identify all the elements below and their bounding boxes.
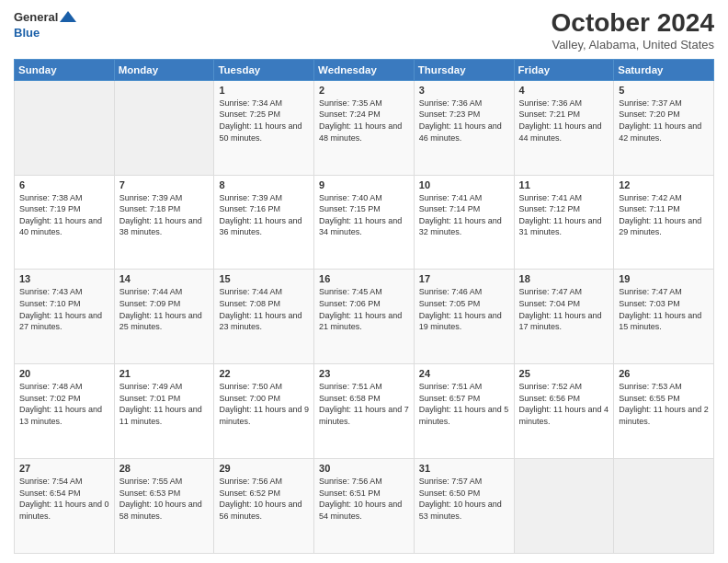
main-title: October 2024 [552,9,714,38]
day-info: Sunrise: 7:35 AM Sunset: 7:24 PM Dayligh… [319,98,409,144]
logo-general: General [14,10,58,25]
day-number: 15 [219,273,309,284]
col-wednesday: Wednesday [314,59,415,80]
day-info: Sunrise: 7:44 AM Sunset: 7:09 PM Dayligh… [119,286,210,332]
day-number: 10 [419,179,509,190]
day-number: 31 [419,463,509,474]
day-number: 29 [219,463,309,474]
day-info: Sunrise: 7:40 AM Sunset: 7:15 PM Dayligh… [319,192,409,238]
day-cell: 28Sunrise: 7:55 AM Sunset: 6:53 PM Dayli… [114,459,214,554]
day-cell: 19Sunrise: 7:47 AM Sunset: 7:03 PM Dayli… [614,270,714,364]
page: General Blue October 2024 Valley, Alabam… [0,0,728,563]
day-cell [614,459,714,554]
day-cell: 24Sunrise: 7:51 AM Sunset: 6:57 PM Dayli… [414,364,514,459]
subtitle: Valley, Alabama, United States [552,38,714,52]
svg-marker-0 [60,11,76,22]
day-cell: 17Sunrise: 7:46 AM Sunset: 7:05 PM Dayli… [414,270,514,364]
day-info: Sunrise: 7:51 AM Sunset: 6:57 PM Dayligh… [419,381,509,427]
header-row: Sunday Monday Tuesday Wednesday Thursday… [15,59,714,80]
day-info: Sunrise: 7:54 AM Sunset: 6:54 PM Dayligh… [19,476,109,522]
day-number: 4 [519,85,609,96]
day-number: 2 [319,85,409,96]
day-info: Sunrise: 7:47 AM Sunset: 7:04 PM Dayligh… [519,286,609,332]
day-info: Sunrise: 7:41 AM Sunset: 7:14 PM Dayligh… [419,192,509,238]
logo-blue: Blue [14,26,76,40]
day-number: 28 [119,463,210,474]
day-cell: 22Sunrise: 7:50 AM Sunset: 7:00 PM Dayli… [214,364,314,459]
day-number: 30 [319,463,409,474]
col-thursday: Thursday [414,59,514,80]
day-cell: 27Sunrise: 7:54 AM Sunset: 6:54 PM Dayli… [15,459,115,554]
day-info: Sunrise: 7:39 AM Sunset: 7:18 PM Dayligh… [119,192,210,238]
day-number: 21 [119,368,210,379]
day-info: Sunrise: 7:37 AM Sunset: 7:20 PM Dayligh… [619,98,709,144]
day-number: 24 [419,368,509,379]
day-number: 7 [119,179,210,190]
day-cell: 25Sunrise: 7:52 AM Sunset: 6:56 PM Dayli… [514,364,614,459]
day-number: 8 [219,179,309,190]
day-cell: 2Sunrise: 7:35 AM Sunset: 7:24 PM Daylig… [314,80,415,175]
calendar-header: Sunday Monday Tuesday Wednesday Thursday… [15,59,714,80]
day-info: Sunrise: 7:53 AM Sunset: 6:55 PM Dayligh… [619,381,709,427]
day-cell: 14Sunrise: 7:44 AM Sunset: 7:09 PM Dayli… [114,270,214,364]
day-info: Sunrise: 7:50 AM Sunset: 7:00 PM Dayligh… [219,381,309,427]
day-cell: 15Sunrise: 7:44 AM Sunset: 7:08 PM Dayli… [214,270,314,364]
day-cell: 16Sunrise: 7:45 AM Sunset: 7:06 PM Dayli… [314,270,415,364]
logo: General Blue [14,9,76,40]
col-monday: Monday [114,59,214,80]
day-cell: 23Sunrise: 7:51 AM Sunset: 6:58 PM Dayli… [314,364,415,459]
day-info: Sunrise: 7:34 AM Sunset: 7:25 PM Dayligh… [219,98,309,144]
day-cell: 11Sunrise: 7:41 AM Sunset: 7:12 PM Dayli… [514,175,614,270]
day-info: Sunrise: 7:39 AM Sunset: 7:16 PM Dayligh… [219,192,309,238]
day-number: 14 [119,273,210,284]
day-cell: 8Sunrise: 7:39 AM Sunset: 7:16 PM Daylig… [214,175,314,270]
day-cell: 30Sunrise: 7:56 AM Sunset: 6:51 PM Dayli… [314,459,415,554]
day-info: Sunrise: 7:41 AM Sunset: 7:12 PM Dayligh… [519,192,609,238]
day-info: Sunrise: 7:42 AM Sunset: 7:11 PM Dayligh… [619,192,709,238]
day-info: Sunrise: 7:49 AM Sunset: 7:01 PM Dayligh… [119,381,210,427]
day-info: Sunrise: 7:36 AM Sunset: 7:23 PM Dayligh… [419,98,509,144]
col-tuesday: Tuesday [214,59,314,80]
day-number: 19 [619,273,709,284]
day-cell [114,80,214,175]
week-row-1: 1Sunrise: 7:34 AM Sunset: 7:25 PM Daylig… [15,80,714,175]
day-info: Sunrise: 7:56 AM Sunset: 6:51 PM Dayligh… [319,476,409,522]
day-number: 3 [419,85,509,96]
day-number: 25 [519,368,609,379]
day-cell: 21Sunrise: 7:49 AM Sunset: 7:01 PM Dayli… [114,364,214,459]
col-sunday: Sunday [15,59,115,80]
day-cell: 3Sunrise: 7:36 AM Sunset: 7:23 PM Daylig… [414,80,514,175]
day-cell: 9Sunrise: 7:40 AM Sunset: 7:15 PM Daylig… [314,175,415,270]
week-row-5: 27Sunrise: 7:54 AM Sunset: 6:54 PM Dayli… [15,459,714,554]
day-number: 26 [619,368,709,379]
day-number: 13 [19,273,109,284]
day-info: Sunrise: 7:47 AM Sunset: 7:03 PM Dayligh… [619,286,709,332]
day-number: 23 [319,368,409,379]
day-info: Sunrise: 7:48 AM Sunset: 7:02 PM Dayligh… [19,381,109,427]
day-info: Sunrise: 7:56 AM Sunset: 6:52 PM Dayligh… [219,476,309,522]
logo-text: General Blue [14,9,76,40]
day-number: 12 [619,179,709,190]
day-number: 5 [619,85,709,96]
day-cell: 12Sunrise: 7:42 AM Sunset: 7:11 PM Dayli… [614,175,714,270]
col-friday: Friday [514,59,614,80]
day-cell: 4Sunrise: 7:36 AM Sunset: 7:21 PM Daylig… [514,80,614,175]
day-cell: 20Sunrise: 7:48 AM Sunset: 7:02 PM Dayli… [15,364,115,459]
day-info: Sunrise: 7:45 AM Sunset: 7:06 PM Dayligh… [319,286,409,332]
week-row-4: 20Sunrise: 7:48 AM Sunset: 7:02 PM Dayli… [15,364,714,459]
day-number: 20 [19,368,109,379]
day-info: Sunrise: 7:38 AM Sunset: 7:19 PM Dayligh… [19,192,109,238]
day-info: Sunrise: 7:51 AM Sunset: 6:58 PM Dayligh… [319,381,409,427]
day-number: 9 [319,179,409,190]
week-row-3: 13Sunrise: 7:43 AM Sunset: 7:10 PM Dayli… [15,270,714,364]
day-number: 27 [19,463,109,474]
header: General Blue October 2024 Valley, Alabam… [14,9,714,52]
day-cell: 1Sunrise: 7:34 AM Sunset: 7:25 PM Daylig… [214,80,314,175]
day-cell: 31Sunrise: 7:57 AM Sunset: 6:50 PM Dayli… [414,459,514,554]
day-number: 22 [219,368,309,379]
day-number: 11 [519,179,609,190]
day-number: 6 [19,179,109,190]
day-cell: 5Sunrise: 7:37 AM Sunset: 7:20 PM Daylig… [614,80,714,175]
day-info: Sunrise: 7:46 AM Sunset: 7:05 PM Dayligh… [419,286,509,332]
week-row-2: 6Sunrise: 7:38 AM Sunset: 7:19 PM Daylig… [15,175,714,270]
